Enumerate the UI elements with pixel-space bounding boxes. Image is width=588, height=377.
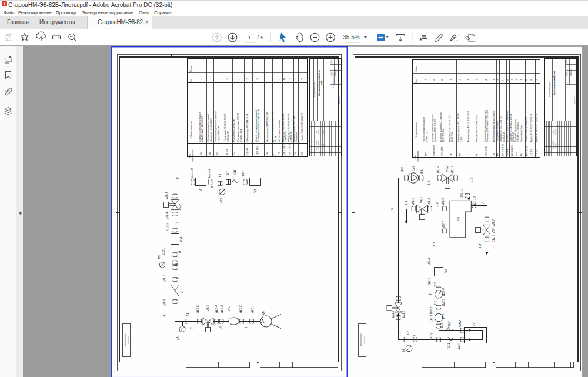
- svg-text:11: 11: [501, 78, 504, 81]
- svg-text:Д: Д: [273, 154, 276, 156]
- svg-text:1.5: 1.5: [390, 208, 394, 213]
- svg-text:Ресивер 50-10 G1/4: Ресивер 50-10 G1/4: [232, 119, 235, 142]
- svg-text:35.5%: 35.5%: [343, 34, 359, 41]
- svg-text:ФМ: ФМ: [209, 151, 211, 155]
- svg-text:1.6: 1.6: [397, 331, 401, 336]
- svg-text:Ш2.5: Ш2.5: [427, 277, 431, 285]
- svg-text:1.3: 1.3: [470, 177, 473, 182]
- svg-text:Пров. Чирков: Пров. Чирков: [553, 141, 554, 149]
- svg-text:Согласовано: Согласовано: [363, 335, 365, 344]
- svg-text:Кол.: Кол.: [189, 78, 192, 83]
- svg-text:Т1-Т3: Т1-Т3: [226, 149, 228, 155]
- svg-text:Кол.: Кол.: [415, 79, 417, 84]
- svg-text:Ш1.1: Ш1.1: [411, 198, 415, 206]
- svg-text:ФТ1-ФТ2: ФТ1-ФТ2: [441, 146, 443, 156]
- svg-text:водоснабжение: водоснабжение: [124, 333, 126, 346]
- svg-text:ФТ2: ФТ2: [430, 333, 433, 339]
- svg-text:Ш1.5: Ш1.5: [402, 310, 405, 318]
- svg-text:Термометр ТБ-63-100 G1/2: Термометр ТБ-63-100 G1/2: [467, 111, 470, 142]
- svg-text:Манометр РОСМА G1/4: Манометр РОСМА G1/4: [246, 114, 249, 142]
- svg-text:Р: Р: [238, 154, 240, 155]
- svg-text:Поз.: Поз.: [414, 154, 416, 158]
- svg-text:Ш1.1-Ш1.11: Ш1.1-Ш1.11: [283, 143, 286, 155]
- svg-text:4: 4: [162, 315, 166, 316]
- svg-text:Ф2: Ф2: [400, 166, 404, 171]
- svg-text:РП: РП: [459, 152, 461, 156]
- svg-text:Т-9: Т-9: [301, 151, 303, 155]
- svg-text:Утв.: Утв.: [323, 144, 324, 146]
- svg-text:VE3: VE3: [396, 311, 400, 317]
- svg-text:1.2: 1.2: [435, 202, 439, 207]
- svg-text:1: 1: [238, 78, 240, 79]
- svg-text:Дата: Дата: [558, 129, 559, 134]
- svg-text:G1/4: G1/4: [274, 136, 277, 142]
- svg-text:1: 1: [216, 78, 219, 79]
- svg-text:Ф1-Ф2: Ф1-Ф2: [506, 149, 509, 156]
- svg-text:Подп.: Подп.: [321, 130, 322, 134]
- svg-text:ТО: ТО: [444, 269, 447, 274]
- svg-text:Ш1.11: Ш1.11: [460, 188, 463, 198]
- svg-text:Ш1.1: Ш1.1: [250, 305, 254, 313]
- svg-text:Ш1.3: Ш1.3: [450, 165, 454, 174]
- svg-text:ГШ1-ГШ2: ГШ1-ГШ2: [526, 146, 528, 156]
- svg-text:Д160-112: Д160-112: [425, 131, 428, 142]
- svg-text:Подп.: Подп.: [556, 130, 557, 134]
- svg-text:ТР: ТР: [406, 331, 410, 335]
- svg-text:Расходный бак: Расходный бак: [520, 125, 523, 142]
- svg-text:Дата: Дата: [323, 129, 324, 134]
- svg-text:1: 1: [199, 78, 202, 79]
- svg-text:Ш1.6: Ш1.6: [391, 310, 395, 318]
- svg-text:Лист: Лист: [318, 130, 319, 134]
- svg-text:1: 1: [475, 79, 478, 80]
- svg-text:Согласовано: Согласовано: [128, 335, 129, 344]
- svg-text:1: 1: [232, 78, 235, 79]
- svg-text:Ш2.7: Ш2.7: [442, 221, 445, 229]
- svg-text:Т3: Т3: [218, 174, 222, 178]
- svg-text:5: 5: [260, 34, 263, 41]
- svg-text:1: 1: [520, 79, 523, 80]
- svg-text:Манометр РОСМА G1/2: Манометр РОСМА G1/2: [475, 114, 478, 142]
- svg-text:М1: М1: [176, 335, 179, 340]
- svg-text:ФТ1: ФТ1: [412, 335, 416, 341]
- svg-text:ФТ: ФТ: [216, 152, 219, 155]
- svg-text:Ш2.1-Ш2.7: Ш2.1-Ш2.7: [511, 144, 513, 156]
- svg-text:1511 6/4 3/4: 1511 6/4 3/4: [442, 129, 445, 142]
- svg-text:Т: Т: [429, 293, 432, 295]
- svg-text:Листов 5: Листов 5: [570, 69, 572, 77]
- svg-text:Camozzi 1511 6/4 М5: Camozzi 1511 6/4 М5: [433, 118, 436, 142]
- svg-text:РС: РС: [233, 152, 235, 155]
- svg-text:Ш1.3: Ш1.3: [220, 305, 223, 313]
- svg-text:Ш1.2: Ш1.2: [427, 198, 431, 206]
- svg-text:Fubag G1/4: Fubag G1/4: [239, 128, 242, 141]
- svg-text:2.3: 2.3: [432, 242, 436, 248]
- svg-text:1: 1: [449, 79, 452, 80]
- svg-text:Н.контр.: Н.контр.: [556, 142, 557, 148]
- svg-text:Расходомер НАР200 G3/8: Расходомер НАР200 G3/8: [266, 112, 269, 141]
- svg-text:Пров. Чирков: Пров. Чирков: [318, 141, 319, 149]
- svg-text:/: /: [257, 34, 259, 41]
- svg-text:ФМ2: ФМ2: [458, 319, 462, 327]
- svg-text:1: 1: [278, 78, 280, 79]
- svg-text:2.1-2.3: 2.1-2.3: [536, 148, 538, 156]
- svg-text:ГШ2: ГШ2: [447, 321, 451, 328]
- svg-text:ЦН: ЦН: [425, 152, 427, 156]
- svg-text:Ш2.1: Ш2.1: [162, 247, 165, 255]
- svg-text:2.2: 2.2: [433, 282, 437, 288]
- svg-text:VE1-VE4: VE1-VE4: [485, 146, 487, 156]
- svg-text:ГП: ГП: [496, 153, 499, 156]
- svg-text:ГП: ГП: [278, 152, 280, 155]
- svg-text:ФМ1: ФМ1: [457, 342, 461, 349]
- svg-text:№ докум.: № докум.: [554, 129, 556, 135]
- svg-text:Ш1.10: Ш1.10: [473, 196, 476, 206]
- svg-text:VE1-VE2: VE1-VE2: [256, 145, 259, 155]
- svg-text:газа: газа: [320, 81, 323, 85]
- svg-text:1: 1: [244, 326, 248, 328]
- svg-text:Ш2.2: Ш2.2: [165, 222, 169, 231]
- svg-text:М1-М3: М1-М3: [246, 148, 249, 155]
- svg-text:1: 1: [208, 78, 211, 79]
- svg-text:Н.контр.: Н.контр.: [321, 142, 322, 148]
- svg-text:VE2: VE2: [178, 203, 182, 210]
- svg-text:КМ: КМ: [200, 152, 202, 155]
- svg-text:ГШ1: ГШ1: [447, 343, 450, 349]
- svg-text:Camozzi 1511 6/4 М5: Camozzi 1511 6/4 М5: [209, 118, 212, 141]
